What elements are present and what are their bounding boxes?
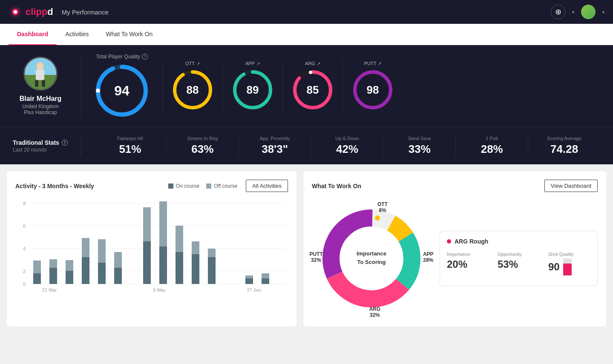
svg-rect-24 (206, 183, 211, 189)
work-on-title: What To Work On (312, 183, 361, 189)
activity-chart-card: Activity - 3 Months - Weekly On course O… (7, 171, 296, 327)
trad-stats-grid: Fairways Hit 51% Greens In Reg 63% App. … (81, 136, 600, 156)
shot-quality-bar-fill (563, 264, 572, 275)
avatar-dropdown-icon: ▾ (602, 10, 604, 14)
header-title: My Performance (62, 9, 109, 16)
up-down-stat: Up & Down 42% (311, 136, 383, 156)
svg-point-69 (340, 227, 403, 290)
arg-circle: 85 (291, 69, 334, 111)
chart-title: Activity - 3 Months - Weekly (15, 183, 94, 189)
trad-info-icon[interactable]: ? (62, 140, 68, 146)
svg-rect-42 (82, 238, 89, 257)
add-button[interactable]: ⊕ (551, 5, 565, 19)
header: clippd My Performance ⊕ ▾ ▾ (0, 0, 613, 24)
svg-text:21 Mar: 21 Mar (42, 287, 57, 292)
ott-trend-icon: ↗ (196, 61, 200, 66)
svg-point-22 (353, 88, 357, 92)
svg-rect-51 (176, 252, 183, 284)
donut-chart: Importance To Scoring (312, 199, 431, 318)
work-card-header: What To Work On View Dashboard (312, 180, 598, 192)
svg-rect-45 (114, 268, 122, 284)
svg-rect-47 (143, 241, 151, 284)
donut-section: Importance To Scoring OTT8% APP2 (312, 199, 431, 318)
main-content: Activity - 3 Months - Weekly On course O… (0, 164, 613, 333)
svg-rect-54 (192, 241, 199, 254)
logo-icon (9, 5, 22, 19)
ott-segment-label: OTT8% (377, 201, 388, 213)
putt-trend-icon: ↗ (378, 61, 381, 66)
svg-rect-37 (49, 268, 57, 284)
svg-text:27 Jun: 27 Jun (247, 287, 261, 292)
app-segment-label: APP28% (423, 251, 434, 263)
svg-text:0: 0 (23, 282, 26, 287)
svg-text:Importance: Importance (357, 250, 386, 257)
app-value: 89 (247, 83, 259, 97)
chart-area: 8 6 4 2 0 (15, 199, 288, 292)
total-quality: Total Player Quality ? 94 (94, 54, 162, 118)
total-quality-circle: 94 (94, 63, 150, 118)
ott-value: 88 (187, 83, 199, 97)
svg-rect-8 (42, 80, 45, 87)
sand-save-stat: Sand Save 33% (383, 136, 455, 156)
importance-metric: Importance 20% (447, 252, 489, 275)
arg-label: ARG ↗ (305, 61, 320, 66)
trad-subtitle: Last 20 rounds (13, 147, 81, 153)
svg-rect-43 (98, 263, 106, 284)
svg-rect-39 (66, 271, 73, 284)
avatar[interactable] (581, 5, 596, 19)
trad-title: Traditional Stats ? (13, 139, 81, 146)
ott-label: OTT ↗ (185, 61, 200, 66)
svg-rect-44 (98, 239, 106, 263)
svg-rect-58 (245, 275, 253, 278)
tab-activities[interactable]: Activities (57, 24, 97, 45)
all-activities-button[interactable]: All Activities (246, 180, 288, 192)
activity-chart-svg: 8 6 4 2 0 (15, 199, 288, 292)
off-course-icon (206, 183, 211, 189)
svg-point-74 (372, 297, 377, 302)
legend-on-course: On course (168, 183, 199, 189)
svg-text:4: 4 (23, 246, 26, 251)
arg-dot-icon (447, 239, 451, 244)
stats-banner: Blair McHarg United Kingdom Plus Handica… (0, 45, 613, 127)
svg-point-75 (328, 262, 334, 267)
app-circle: 89 (231, 69, 274, 111)
svg-rect-52 (176, 226, 183, 252)
shot-quality-bar (563, 258, 572, 275)
logo-text: clippd (26, 6, 53, 17)
svg-point-19 (309, 71, 312, 74)
ott-circle-wrap: OTT ↗ 88 (162, 61, 222, 111)
svg-rect-41 (82, 257, 89, 284)
player-handicap: Plus Handicap (24, 109, 57, 115)
putt-label: PUTT ↗ (364, 61, 382, 66)
svg-text:9 May: 9 May (153, 287, 166, 292)
svg-text:To Scoring: To Scoring (357, 259, 386, 265)
traditional-stats: Traditional Stats ? Last 20 rounds Fairw… (0, 127, 613, 164)
greens-in-reg-stat: Greens In Reg 63% (166, 136, 239, 156)
nav-tabs: Dashboard Activities What To Work On (0, 24, 613, 45)
scores-section: Total Player Quality ? 94 OTT ↗ (81, 54, 600, 118)
app-proximity-stat: App. Proximity 38'3" (239, 136, 311, 156)
tab-what-to-work-on[interactable]: What To Work On (97, 24, 161, 45)
header-left: clippd My Performance (9, 5, 109, 19)
player-photo (23, 57, 58, 91)
svg-rect-40 (66, 260, 73, 271)
player-name: Blair McHarg (20, 95, 62, 103)
app-circle-wrap: APP ↗ 89 (222, 61, 282, 111)
svg-rect-7 (35, 80, 38, 87)
player-country: United Kingdom (22, 103, 58, 109)
svg-rect-49 (159, 246, 167, 284)
scoring-average-stat: Scoring Average 74.28 (528, 136, 600, 156)
svg-rect-60 (262, 273, 269, 278)
arg-metrics: Importance 20% Opportunity 53% Shot Qual… (447, 252, 590, 275)
svg-rect-23 (168, 183, 173, 189)
view-dashboard-button[interactable]: View Dashboard (544, 180, 598, 192)
svg-rect-35 (33, 273, 41, 284)
player-info: Blair McHarg United Kingdom Plus Handica… (13, 57, 81, 115)
svg-point-2 (14, 10, 17, 14)
tab-dashboard[interactable]: Dashboard (9, 24, 57, 45)
arg-circle-wrap: ARG ↗ 85 (282, 61, 342, 111)
plus-icon: ⊕ (555, 7, 561, 17)
legend-off-course: Off course (206, 183, 237, 189)
arg-value: 85 (307, 83, 319, 97)
total-quality-info-icon[interactable]: ? (142, 54, 148, 60)
